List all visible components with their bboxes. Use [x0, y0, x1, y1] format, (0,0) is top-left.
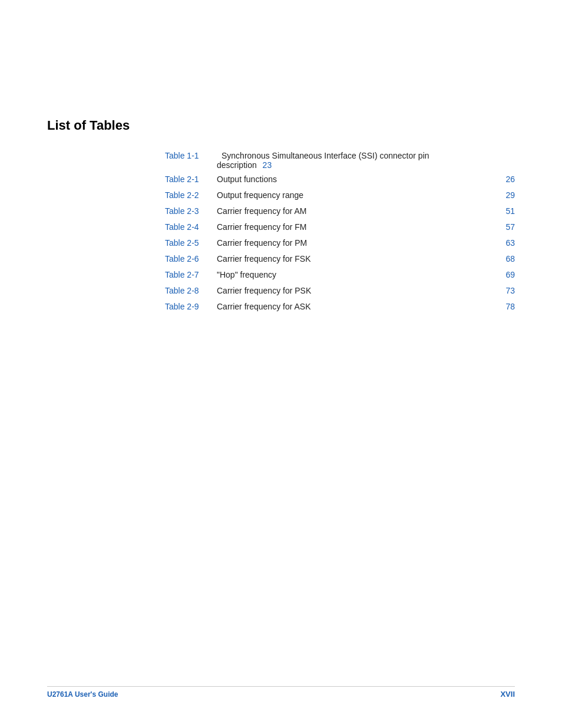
toc-desc-1-1: Synchronous Simultaneous Interface (SSI)…: [222, 151, 429, 160]
toc-page-2-6[interactable]: 68: [505, 253, 515, 265]
toc-entry-1-1: Table 1-1 Synchronous Simultaneous Inter…: [165, 151, 515, 170]
toc-label-2-5[interactable]: Table 2-5: [165, 237, 212, 249]
toc-desc-2-5: Carrier frequency for PM: [217, 237, 502, 249]
page-container: List of Tables Table 1-1 Synchronous Sim…: [0, 0, 562, 728]
toc-entry-2-3: Table 2-3 Carrier frequency for AM 51: [165, 205, 515, 218]
toc-right-1-1: Synchronous Simultaneous Interface (SSI)…: [217, 151, 429, 170]
toc-desc-2-1: Output functions: [217, 173, 502, 186]
toc-desc-2-9: Carrier frequency for ASK: [217, 301, 502, 313]
toc-label-2-1[interactable]: Table 2-1: [165, 173, 212, 186]
toc-label-2-2[interactable]: Table 2-2: [165, 189, 212, 202]
toc-entry-2-9: Table 2-9 Carrier frequency for ASK 78: [165, 301, 515, 313]
toc-entry-2-6: Table 2-6 Carrier frequency for FSK 68: [165, 253, 515, 265]
toc-desc-2-4: Carrier frequency for FM: [217, 221, 502, 233]
toc-page-2-8[interactable]: 73: [505, 285, 515, 297]
toc-entry-2-4: Table 2-4 Carrier frequency for FM 57: [165, 221, 515, 233]
toc-label-1-1[interactable]: Table 1-1: [165, 151, 212, 160]
toc-page-2-5[interactable]: 63: [505, 237, 515, 249]
toc-label-2-8[interactable]: Table 2-8: [165, 285, 212, 297]
toc-line2-1-1: description 23: [217, 160, 429, 170]
toc-page-2-4[interactable]: 57: [505, 221, 515, 233]
toc-page-2-2[interactable]: 29: [505, 189, 515, 202]
toc-page-1-1[interactable]: 23: [263, 160, 272, 170]
toc-entry-2-1: Table 2-1 Output functions 26: [165, 173, 515, 186]
footer-title: U2761A User's Guide: [47, 690, 118, 699]
toc-label-2-3[interactable]: Table 2-3: [165, 205, 212, 218]
toc-entry-2-5: Table 2-5 Carrier frequency for PM 63: [165, 237, 515, 249]
toc-desc-2-6: Carrier frequency for FSK: [217, 253, 502, 265]
toc-section: Table 1-1 Synchronous Simultaneous Inter…: [165, 151, 515, 313]
toc-page-2-9[interactable]: 78: [505, 301, 515, 313]
footer: U2761A User's Guide XVII: [47, 690, 515, 699]
toc-desc-2-3: Carrier frequency for AM: [217, 205, 502, 218]
footer-page-number: XVII: [500, 690, 515, 699]
toc-desc-2-2: Output frequency range: [217, 189, 502, 202]
toc-label-2-4[interactable]: Table 2-4: [165, 221, 212, 233]
toc-entry-2-2: Table 2-2 Output frequency range 29: [165, 189, 515, 202]
toc-line1-1-1: Synchronous Simultaneous Interface (SSI)…: [217, 151, 429, 160]
toc-page-2-3[interactable]: 51: [505, 205, 515, 218]
toc-label-2-9[interactable]: Table 2-9: [165, 301, 212, 313]
toc-page-2-1[interactable]: 26: [505, 173, 515, 186]
toc-label-2-7[interactable]: Table 2-7: [165, 269, 212, 281]
page-title: List of Tables: [47, 118, 515, 133]
toc-entry-2-8: Table 2-8 Carrier frequency for PSK 73: [165, 285, 515, 297]
toc-label-2-6[interactable]: Table 2-6: [165, 253, 212, 265]
toc-entry-2-7: Table 2-7 "Hop" frequency 69: [165, 269, 515, 281]
toc-page-2-7[interactable]: 69: [505, 269, 515, 281]
footer-divider: [47, 686, 515, 687]
toc-desc-2-7: "Hop" frequency: [217, 269, 502, 281]
toc-desc-2-8: Carrier frequency for PSK: [217, 285, 502, 297]
